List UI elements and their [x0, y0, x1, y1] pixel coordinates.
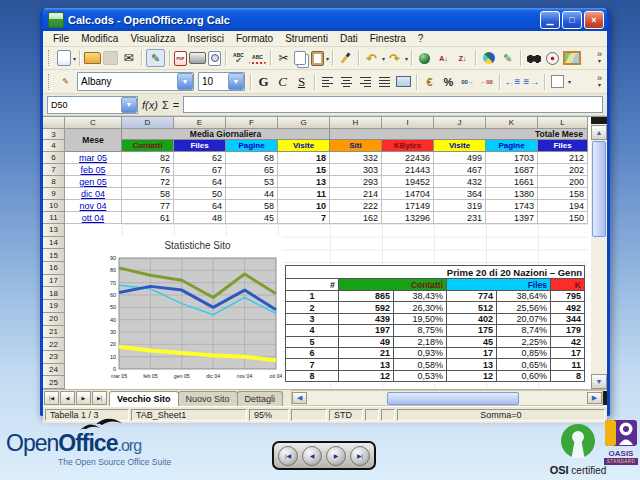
menu-visualizza[interactable]: Visualizza: [124, 31, 181, 46]
new-document-icon[interactable]: [57, 50, 71, 66]
table-cell[interactable]: 15: [278, 164, 330, 176]
chevron-down-icon[interactable]: ▾: [405, 55, 408, 62]
table-cell[interactable]: 82: [122, 152, 174, 164]
sheet-tab-nuovo-sito[interactable]: Nuovo Sito: [178, 391, 238, 406]
row-header-9[interactable]: 9: [43, 188, 65, 200]
table-cell[interactable]: 5: [286, 337, 339, 348]
column-header-D[interactable]: D: [122, 117, 174, 129]
table-cell[interactable]: 8,74%: [497, 325, 551, 336]
title-bar[interactable]: Calc.ods - OpenOffice.org Calc ▁□×: [43, 8, 607, 31]
table-cell[interactable]: 38,64%: [497, 291, 551, 302]
table-cell[interactable]: 1687: [486, 164, 538, 176]
table-cell[interactable]: 439: [339, 314, 394, 325]
table-cell[interactable]: 58: [122, 188, 174, 200]
toolbar-grip[interactable]: [48, 50, 53, 66]
sheet-tab-dettagli[interactable]: Dettagli: [237, 391, 284, 406]
table-cell[interactable]: 200: [538, 176, 588, 188]
table-cell[interactable]: 25,56%: [497, 302, 551, 313]
table-cell[interactable]: 212: [538, 152, 588, 164]
media-previous-icon[interactable]: ◀: [302, 446, 322, 466]
table-cell[interactable]: 17149: [382, 200, 434, 212]
table-cell[interactable]: 26,30%: [394, 302, 447, 313]
table-cell[interactable]: 12: [447, 371, 497, 382]
autospellcheck-icon[interactable]: ABC: [249, 52, 266, 64]
table-cell[interactable]: 0,93%: [394, 348, 447, 359]
table-cell[interactable]: 150: [538, 212, 588, 224]
insert-chart-icon[interactable]: [480, 50, 497, 66]
table-cell[interactable]: 0,53%: [394, 371, 447, 382]
table-cell[interactable]: 774: [447, 291, 497, 302]
sort-ascending-icon[interactable]: A↓: [435, 50, 452, 66]
split-handle[interactable]: [603, 391, 607, 405]
table-cell[interactable]: 303: [330, 164, 382, 176]
table-cell[interactable]: 1380: [486, 188, 538, 200]
styles-icon[interactable]: [57, 74, 74, 90]
row-header-22[interactable]: 22: [43, 338, 65, 351]
horizontal-scrollbar[interactable]: ◀ ▶: [291, 390, 603, 406]
table-cell[interactable]: 179: [551, 325, 585, 336]
table-cell[interactable]: 11: [278, 188, 330, 200]
table-cell[interactable]: 8: [551, 371, 585, 382]
row-header-13[interactable]: 13: [43, 224, 65, 237]
month-link[interactable]: nov 04: [65, 200, 122, 212]
table-cell[interactable]: 0,58%: [394, 359, 447, 370]
table-cell[interactable]: 65: [226, 164, 278, 176]
table-cell[interactable]: 10: [278, 200, 330, 212]
table-cell[interactable]: 592: [339, 302, 394, 313]
decrease-indent-icon[interactable]: ←≡: [504, 74, 521, 90]
font-name-combo[interactable]: Albany ▼: [77, 72, 194, 91]
row-header-3[interactable]: 3: [43, 129, 65, 140]
toolbar-overflow-button[interactable]: »▾: [594, 51, 605, 65]
table-cell[interactable]: 7: [286, 359, 339, 370]
month-link[interactable]: dic 04: [65, 188, 122, 200]
merge-cells-icon[interactable]: [395, 74, 412, 90]
table-cell[interactable]: 222: [330, 200, 382, 212]
next-sheet-icon[interactable]: ▶: [76, 391, 91, 405]
menu-file[interactable]: File: [47, 31, 75, 46]
table-cell[interactable]: 21: [339, 348, 394, 359]
table-cell[interactable]: 512: [447, 302, 497, 313]
table-cell[interactable]: 13: [339, 359, 394, 370]
column-header-G[interactable]: G: [278, 117, 330, 129]
sheet-tab-vecchio-sito[interactable]: Vecchio Sito: [109, 391, 179, 406]
table-cell[interactable]: 18: [278, 152, 330, 164]
media-last-icon[interactable]: ▶|: [350, 446, 370, 466]
menu-formato[interactable]: Formato: [230, 31, 279, 46]
scroll-down-icon[interactable]: ▼: [591, 374, 607, 389]
scroll-left-icon[interactable]: ◀: [292, 392, 307, 404]
bold-icon[interactable]: G: [255, 74, 272, 90]
column-header-C[interactable]: C: [65, 117, 122, 129]
table-cell[interactable]: 11: [551, 359, 585, 370]
menu-dati[interactable]: Dati: [334, 31, 364, 46]
toolbar-overflow-button[interactable]: »▾: [594, 75, 605, 89]
table-cell[interactable]: 19,50%: [394, 314, 447, 325]
row-header-18[interactable]: 18: [43, 287, 65, 300]
table-cell[interactable]: 4: [286, 325, 339, 336]
table-cell[interactable]: 22436: [382, 152, 434, 164]
scroll-up-icon[interactable]: ▲: [591, 125, 607, 140]
delete-decimal-icon[interactable]: ←00: [478, 74, 495, 90]
table-cell[interactable]: 8,75%: [394, 325, 447, 336]
column-header-K[interactable]: K: [486, 117, 538, 129]
split-handle[interactable]: [591, 117, 607, 124]
table-cell[interactable]: 48: [174, 212, 226, 224]
function-wizard-icon[interactable]: f(x): [142, 99, 158, 111]
show-draw-functions-icon[interactable]: ✎: [499, 50, 516, 66]
row-header-24[interactable]: 24: [43, 364, 65, 377]
chevron-down-icon[interactable]: ▼: [121, 97, 137, 113]
table-cell[interactable]: 197: [339, 325, 394, 336]
vertical-scrollbar[interactable]: ▲ ▼: [591, 117, 607, 389]
table-cell[interactable]: 17: [551, 348, 585, 359]
last-sheet-icon[interactable]: ▶|: [92, 391, 107, 405]
export-pdf-icon[interactable]: [174, 51, 187, 66]
table-cell[interactable]: 795: [551, 291, 585, 302]
undo-icon[interactable]: ↶: [363, 50, 380, 66]
align-left-icon[interactable]: [319, 74, 336, 90]
table-cell[interactable]: 499: [434, 152, 486, 164]
toolbar-grip[interactable]: [48, 74, 53, 90]
equals-icon[interactable]: =: [173, 99, 179, 111]
row-header-14[interactable]: 14: [43, 237, 65, 250]
table-cell[interactable]: 13: [278, 176, 330, 188]
month-link[interactable]: feb 05: [65, 164, 122, 176]
row-header-20[interactable]: 20: [43, 313, 65, 326]
